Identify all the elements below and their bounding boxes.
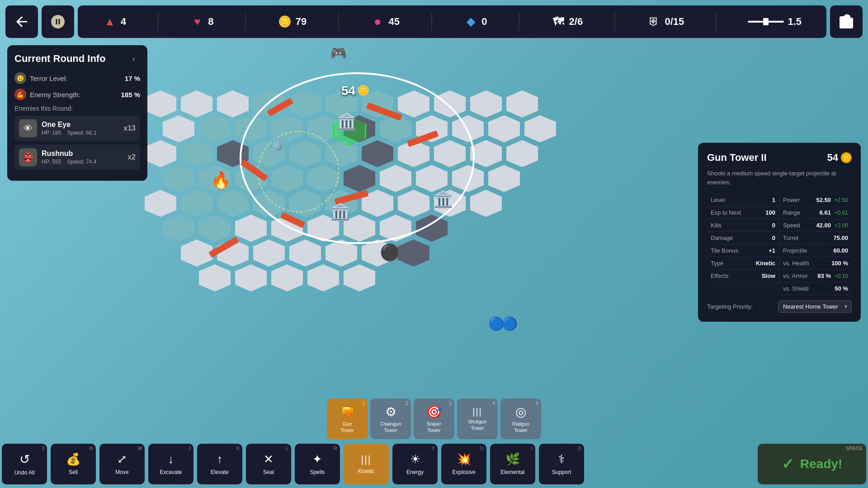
hex-tile[interactable]: [235, 264, 267, 291]
excavate-button[interactable]: J ↓ Excavate: [148, 444, 193, 484]
targeting-row: Targeting Priority: Nearest Home Tower N…: [707, 300, 852, 313]
kinetic-icon: |||: [361, 454, 371, 465]
elemental-button[interactable]: I 🌿 Elemental: [490, 444, 535, 484]
terror-value: 17 %: [125, 75, 140, 82]
terror-level-row: 😐 Terror Level: 17 %: [14, 72, 140, 84]
stat-map: 🗺 2/6: [551, 14, 583, 29]
hex-tile[interactable]: [199, 215, 231, 242]
hex-tile[interactable]: [307, 264, 339, 291]
round-info-header: Current Round Info ‹: [14, 52, 140, 65]
hex-tile[interactable]: [145, 140, 176, 167]
hex-tile[interactable]: [488, 165, 520, 192]
enemy-name-1: Rushnub: [42, 150, 96, 158]
sell-button[interactable]: N 💰 Sell: [51, 444, 96, 484]
enemies-value: 0/15: [665, 16, 684, 28]
inventory-icon: [838, 14, 854, 30]
seal-button[interactable]: L ✕ Seal: [246, 444, 291, 484]
enemy-icon-0: 👁: [19, 119, 37, 137]
stat-projectile: Projectile 60.00: [779, 244, 852, 257]
hex-tile[interactable]: [235, 215, 267, 242]
top-bar: ▲ 4 ♥ 8 🪙 79 ● 45 ◆ 0 🗺 2/6 ⛨: [5, 5, 863, 38]
hex-tile[interactable]: [163, 165, 194, 192]
hex-tile[interactable]: [524, 115, 556, 142]
hex-tile[interactable]: [289, 239, 321, 267]
back-button[interactable]: [5, 5, 38, 38]
seal-label: Seal: [263, 469, 274, 475]
stat-hearts: ♥ 8: [190, 14, 213, 29]
enemy-stats-0: HP: 185 Speed: 66.1: [42, 130, 96, 136]
hex-tile[interactable]: [181, 140, 212, 167]
hex-tile[interactable]: [145, 190, 176, 217]
energy-hotkey: Y: [432, 446, 435, 451]
hex-tile[interactable]: [163, 115, 194, 142]
dark-tower[interactable]: ⚫: [380, 243, 400, 262]
round-info-close-button[interactable]: ‹: [127, 52, 140, 65]
tower-mid[interactable]: ⚙️: [269, 138, 287, 155]
spells-icon: ✦: [312, 452, 322, 466]
coins-icon: 🪙: [278, 14, 292, 29]
enemy-count-0: x13: [123, 124, 136, 132]
terror-icon: 😐: [14, 72, 26, 84]
divider: [519, 13, 519, 31]
tower-slot-3[interactable]: 4 ||| ShotgunTower: [457, 399, 498, 439]
support-button[interactable]: O ⚕ Support: [539, 444, 584, 484]
hex-tile[interactable]: [470, 190, 502, 217]
sell-icon: 💰: [66, 452, 80, 466]
stat-speed: 1.5: [748, 16, 802, 28]
terror-label: Terror Level:: [30, 75, 67, 82]
tower-slot-label-4: RailgunTower: [512, 421, 529, 433]
ready-button[interactable]: SPACE ✓ Ready!: [758, 444, 866, 484]
hearts-value: 8: [208, 16, 213, 28]
divider: [716, 13, 717, 31]
hex-tile[interactable]: [217, 190, 249, 217]
hex-tile[interactable]: [398, 239, 429, 267]
stat-level: Level 1: [707, 194, 779, 206]
seal-hotkey: L: [286, 446, 288, 451]
stat-range: Range 6.61 +0.61: [779, 206, 852, 219]
elevate-button[interactable]: K ↑ Elevate: [197, 444, 242, 484]
explosive-button[interactable]: U 💥 Explosive: [441, 444, 486, 484]
hex-tile[interactable]: [470, 90, 502, 117]
inventory-button[interactable]: [830, 5, 863, 38]
hex-tile[interactable]: [344, 264, 375, 291]
hex-tile[interactable]: [470, 140, 502, 167]
hex-tile[interactable]: [217, 90, 249, 117]
stats-bar: ▲ 4 ♥ 8 🪙 79 ● 45 ◆ 0 🗺 2/6 ⛨: [78, 5, 826, 38]
gun-tower-active[interactable]: 🏛️: [336, 112, 357, 131]
divider: [338, 13, 339, 31]
hex-tile[interactable]: [506, 140, 538, 167]
round-info-title: Current Round Info: [14, 53, 106, 65]
hex-tile[interactable]: [253, 239, 285, 267]
stat-exp: Exp to Next 100: [707, 206, 779, 219]
hex-tile[interactable]: [181, 90, 212, 117]
hex-tile[interactable]: [181, 190, 212, 217]
hex-tile[interactable]: [506, 90, 538, 117]
helmet-button[interactable]: [42, 5, 74, 38]
ready-hotkey: SPACE: [846, 446, 863, 451]
tower-slot-2[interactable]: 3 🎯 SniperTower: [414, 399, 454, 439]
tower-far-right[interactable]: 🏛️: [433, 190, 453, 209]
hex-tile[interactable]: [181, 239, 212, 267]
hex-tile[interactable]: [488, 115, 520, 142]
strength-icon: 💪: [14, 89, 26, 100]
tower-description: Shoots a medium speed single-target proj…: [707, 169, 852, 187]
energy-button[interactable]: Y ☀ Energy: [392, 444, 438, 484]
stat-kills: Kills 0: [707, 219, 779, 232]
tower-left[interactable]: 🔥: [211, 171, 231, 190]
spells-button[interactable]: R ✦ Spells: [295, 444, 340, 484]
targeting-dropdown[interactable]: Nearest Home Tower Nearest Enemy Furthes…: [778, 300, 852, 313]
hex-tile[interactable]: [145, 90, 176, 117]
tower-slot-1[interactable]: 2 ⚙ ChaingunTower: [370, 399, 411, 439]
hex-tile[interactable]: [199, 115, 231, 142]
kinetic-button[interactable]: T ||| Kinetic: [344, 444, 389, 484]
hex-tile[interactable]: [271, 264, 303, 291]
elemental-icon: 🌿: [505, 452, 520, 466]
tower-slot-4[interactable]: 5 ◎ RailgunTower: [500, 399, 541, 439]
undo-all-button[interactable]: 3 ↺ Undo All: [2, 444, 47, 484]
hex-tile[interactable]: [163, 215, 194, 242]
move-button[interactable]: M ⤢ Move: [99, 444, 145, 484]
hex-tile[interactable]: [199, 264, 231, 291]
map-icon: 🗺: [551, 14, 566, 29]
tower-slot-0[interactable]: 1 🔫 GunTower: [327, 399, 368, 439]
tower-right[interactable]: 🏛️: [330, 202, 350, 221]
